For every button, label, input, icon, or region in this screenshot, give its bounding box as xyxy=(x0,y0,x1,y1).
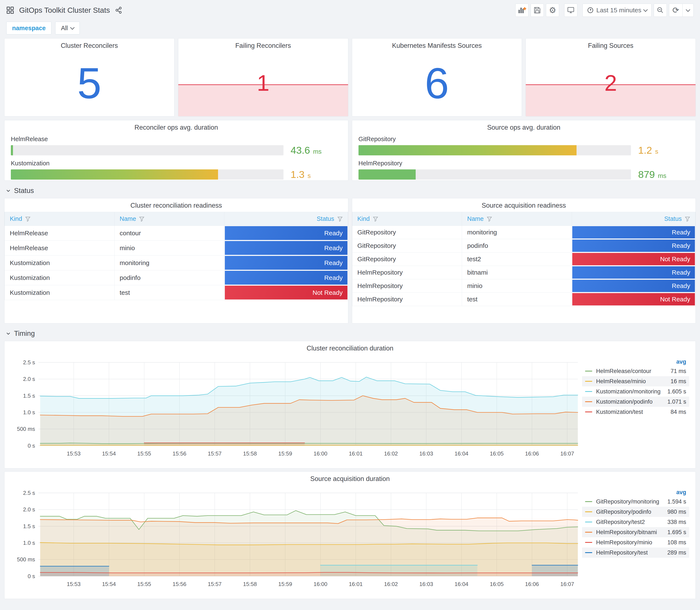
svg-text:15:54: 15:54 xyxy=(102,450,116,457)
chevron-down-icon xyxy=(686,7,690,12)
status-badge: Ready xyxy=(572,280,695,292)
series-avg-value: 338 ms xyxy=(654,519,686,525)
series-name: Kustomization/monitoring xyxy=(596,388,661,395)
series-avg-value: 1.695 s xyxy=(657,529,686,535)
status-badge: Ready xyxy=(225,271,347,285)
gauge-row: HelmRelease 43.6 ms xyxy=(11,135,342,156)
svg-text:15:56: 15:56 xyxy=(173,581,186,587)
gauge-rows: HelmRelease 43.6 ms Kustomization 1.3 s xyxy=(4,131,348,180)
status-badge: Ready xyxy=(225,226,347,240)
svg-text:16:04: 16:04 xyxy=(455,450,468,457)
variables-row: namespace All xyxy=(4,18,696,35)
filter-icon[interactable] xyxy=(373,216,378,222)
clock-icon xyxy=(587,7,594,14)
cell-status: Not Ready xyxy=(572,253,696,266)
tv-mode-icon xyxy=(567,6,575,14)
series-color-swatch xyxy=(585,501,592,502)
series-avg-value: 1.605 s xyxy=(661,388,686,395)
column-header-status[interactable]: Status xyxy=(572,212,696,226)
table-row: HelmReleasecontourReady xyxy=(5,226,348,241)
cell-kind: HelmRepository xyxy=(352,293,462,306)
panel-title[interactable]: Cluster reconciliation readiness xyxy=(4,198,348,209)
gauge-row: GitRepository 1.2 s xyxy=(358,135,689,156)
save-dashboard-button[interactable] xyxy=(531,4,544,17)
series-avg-value: 108 ms xyxy=(654,539,686,546)
stat-value: 6 xyxy=(425,61,449,105)
gauge-label: Kustomization xyxy=(11,160,342,167)
refresh-button[interactable]: ⟳ xyxy=(669,4,682,17)
panel-title[interactable]: Cluster Reconcilers xyxy=(4,38,174,49)
time-range-picker[interactable]: Last 15 minutes xyxy=(583,4,652,17)
filter-icon[interactable] xyxy=(337,216,343,222)
table-row: HelmReleaseminioReady xyxy=(5,241,348,256)
legend-item[interactable]: Kustomization/podinfo 1.071 s xyxy=(582,397,689,407)
save-icon xyxy=(533,6,541,14)
filter-icon[interactable] xyxy=(487,216,492,222)
legend-avg-header[interactable]: avg xyxy=(582,358,689,365)
legend-item[interactable]: GitRepository/podinfo 980 ms xyxy=(582,507,689,517)
series-color-swatch xyxy=(585,412,592,412)
table-header-row: KindNameStatus xyxy=(5,212,348,226)
series-name: HelmRelease/contour xyxy=(596,368,654,374)
gauge-label: GitRepository xyxy=(358,135,689,143)
cell-name: test xyxy=(462,293,572,306)
filter-icon[interactable] xyxy=(139,216,145,222)
panel-title[interactable]: Cluster reconciliation duration xyxy=(4,341,696,352)
panel-title[interactable]: Source acquisition duration xyxy=(4,472,696,483)
variable-namespace-select[interactable]: All xyxy=(55,22,80,34)
legend-item[interactable]: HelmRepository/minio 108 ms xyxy=(582,537,689,547)
timeseries-plot: 0 s500 ms1.0 s1.5 s2.0 s2.5 s15:5315:541… xyxy=(6,352,582,460)
section-status[interactable]: Status xyxy=(6,187,694,195)
column-header-name[interactable]: Name xyxy=(114,212,224,226)
add-panel-button[interactable] xyxy=(515,4,528,17)
table-row: GitRepositorymonitoringReady xyxy=(352,226,696,239)
cell-kind: HelmRepository xyxy=(352,279,462,293)
legend-item[interactable]: HelmRepository/bitnami 1.695 s xyxy=(582,527,689,537)
legend-item[interactable]: Kustomization/monitoring 1.605 s xyxy=(582,386,689,397)
page-title: GitOps Toolkit Cluster Stats xyxy=(19,6,110,14)
panel-title[interactable]: Reconciler ops avg. duration xyxy=(4,120,348,131)
column-header-status[interactable]: Status xyxy=(224,212,348,226)
section-timing[interactable]: Timing xyxy=(6,330,694,338)
dashboard-settings-button[interactable]: ⚙ xyxy=(546,4,559,17)
table-row: KustomizationtestNot Ready xyxy=(5,285,348,300)
stat-value: 2 xyxy=(604,71,617,94)
panel-title[interactable]: Source ops avg. duration xyxy=(352,120,696,131)
panel-title[interactable]: Source acquisition readiness xyxy=(352,198,696,209)
svg-text:16:07: 16:07 xyxy=(560,581,574,587)
legend-item[interactable]: HelmRelease/contour 71 ms xyxy=(582,366,689,376)
series-name: GitRepository/podinfo xyxy=(596,509,654,515)
filter-icon[interactable] xyxy=(685,216,690,222)
add-panel-icon xyxy=(518,6,526,14)
legend-avg-header[interactable]: avg xyxy=(582,489,689,496)
dashboard-toolbar: ⚙ Last 15 minutes ⟳ xyxy=(515,4,694,17)
refresh-interval-dropdown[interactable] xyxy=(682,4,694,17)
cell-name: minio xyxy=(114,241,224,256)
legend-item[interactable]: HelmRelease/minio 16 ms xyxy=(582,376,689,386)
gauge-track xyxy=(11,170,283,180)
column-header-kind[interactable]: Kind xyxy=(5,212,115,226)
legend-item[interactable]: Kustomization/test 84 ms xyxy=(582,407,689,417)
panel-title[interactable]: Failing Sources xyxy=(526,38,696,49)
cell-kind: Kustomization xyxy=(5,270,115,285)
series-color-swatch xyxy=(585,401,592,402)
column-header-name[interactable]: Name xyxy=(462,212,572,226)
status-badge: Ready xyxy=(572,226,695,239)
panel-title[interactable]: Failing Reconcilers xyxy=(178,38,348,49)
panel-title[interactable]: Kubernetes Manifests Sources xyxy=(352,38,522,49)
zoom-out-button[interactable] xyxy=(654,4,667,17)
legend-item[interactable]: GitRepository/monitoring 1.594 s xyxy=(582,497,689,507)
column-header-kind[interactable]: Kind xyxy=(352,212,462,226)
cell-kind: Kustomization xyxy=(5,256,115,270)
status-badge: Ready xyxy=(572,266,695,279)
tv-mode-button[interactable] xyxy=(564,4,577,17)
legend-item[interactable]: GitRepository/test2 338 ms xyxy=(582,517,689,527)
timeseries-panel: Source acquisition duration 0 s500 ms1.0… xyxy=(4,471,696,599)
table-row: KustomizationpodinfoReady xyxy=(5,270,348,285)
dashboard-grid-icon[interactable] xyxy=(6,6,14,14)
filter-icon[interactable] xyxy=(25,216,31,222)
share-icon[interactable] xyxy=(115,6,122,14)
legend-item[interactable]: HelmRepository/test 289 ms xyxy=(582,547,689,558)
series-avg-value: 16 ms xyxy=(654,378,686,385)
table-row: GitRepositorytest2Not Ready xyxy=(352,253,696,266)
